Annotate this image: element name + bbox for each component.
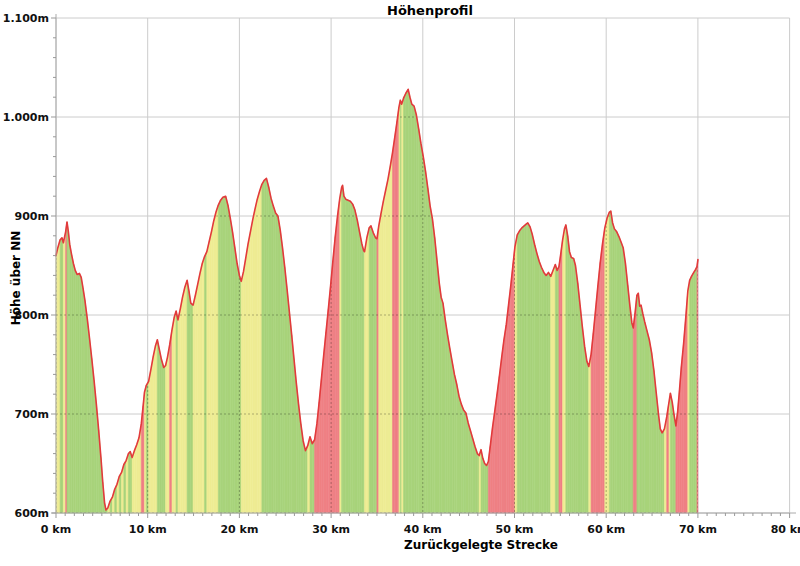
gradient-area-segment [649,340,651,513]
gradient-area-segment [535,245,537,513]
gradient-area-segment [571,258,573,513]
gradient-area-segment [551,270,553,513]
x-tick-label: 0 km [41,523,71,536]
gradient-area-segment [149,369,151,513]
gradient-area-segment [230,218,232,513]
gradient-area-segment [248,232,250,513]
gradient-area-segment [244,258,246,513]
gradient-area-segment [328,285,330,513]
gradient-area-segment [437,261,439,513]
gradient-area-segment [589,355,591,513]
gradient-area-segment [390,153,392,513]
gradient-area-segment [468,423,470,513]
gradient-area-segment [473,439,475,513]
x-axis-title: Zurückgelegte Strecke [404,538,558,552]
gradient-area-segment [282,248,284,513]
gradient-area-segment [77,273,79,513]
gradient-area-segment [235,248,237,513]
gradient-area-segment [58,240,60,513]
gradient-area-segment [502,340,504,513]
gradient-area-segment [338,198,340,513]
gradient-area-segment [596,285,598,513]
gradient-area-segment [454,374,456,513]
gradient-area-segment [310,437,312,513]
gradient-area-segment [381,201,383,513]
gradient-area-segment [178,309,180,513]
gradient-area-segment [159,349,161,513]
gradient-area-segment [428,188,430,513]
gradient-area-segment [457,384,459,513]
gradient-area-segment [214,212,216,513]
gradient-area-segment [228,205,230,513]
gradient-area-segment [273,206,275,513]
gradient-area-segment [119,472,121,513]
gradient-area-segment [432,219,434,513]
gradient-area-segment [582,327,584,513]
gradient-area-segment [205,252,207,513]
gradient-area-segment [546,272,548,513]
gradient-area-segment [524,224,526,513]
gradient-area-segment [414,106,416,513]
gradient-area-segment [628,285,630,513]
gradient-area-segment [180,297,182,513]
gradient-area-segment [445,320,447,513]
gradient-area-segment [470,431,472,513]
gradient-area-segment [614,229,616,513]
gradient-area-segment [532,235,534,513]
x-tick-label: 40 km [404,523,442,536]
gradient-area-segment [269,187,271,513]
gradient-area-segment [530,227,532,513]
gradient-area-segment [172,317,174,513]
gradient-area-segment [223,196,226,513]
gradient-area-segment [312,440,314,513]
gradient-area-segment [373,233,375,513]
gradient-area-segment [253,209,255,513]
gradient-area-segment [517,231,519,513]
y-tick-label: 900m [15,210,49,223]
gradient-area-segment [461,404,463,513]
plot-area: 0 km10 km20 km30 km40 km50 km60 km70 km8… [0,0,800,566]
gradient-area-segment [539,262,541,513]
x-tick-label: 50 km [496,523,534,536]
gradient-area-segment [423,157,425,513]
gradient-area-segment [353,204,355,513]
gradient-area-segment [544,272,546,513]
gradient-area-segment [625,264,627,513]
gradient-area-segment [271,198,273,513]
gradient-area-segment [303,441,305,513]
gradient-area-segment [134,445,136,513]
gradient-area-segment [87,318,89,513]
gradient-area-segment [216,205,218,513]
gradient-area-segment [593,309,595,513]
gradient-area-segment [603,228,605,513]
gradient-area-segment [305,446,307,513]
gradient-area-segment [183,287,185,513]
gradient-area-segment [246,244,248,513]
gradient-area-segment [200,264,202,513]
x-tick-label: 70 km [679,523,717,536]
gradient-area-segment [285,267,287,513]
gradient-area-segment [506,305,508,513]
gradient-area-segment [617,232,619,513]
gradient-area-segment [207,242,209,513]
gradient-area-segment [509,285,511,513]
gradient-area-segment [542,267,544,513]
gradient-area-segment [278,216,280,513]
gradient-area-segment [452,362,454,513]
gradient-area-segment [280,230,282,513]
gradient-area-segment [233,232,235,513]
gradient-area-segment [528,223,530,513]
gradient-area-segment [198,273,200,513]
gradient-area-segment [393,137,395,513]
gradient-area-segment [412,104,414,513]
gradient-area-segment [619,237,621,513]
y-tick-label: 600m [15,507,49,520]
gradient-area-segment [664,417,666,513]
gradient-area-segment [89,338,91,513]
gradient-area-segment [360,232,362,513]
gradient-area-segment [260,184,262,513]
gradient-area-segment [137,438,139,513]
gradient-area-segment [419,129,421,513]
gradient-area-segment [276,213,278,513]
gradient-area-segment [553,265,555,513]
